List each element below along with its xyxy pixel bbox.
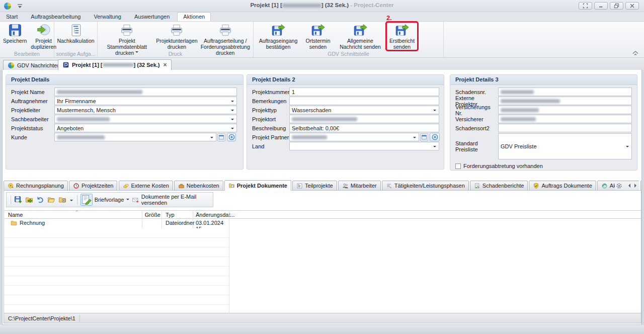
- open-folder-icon[interactable]: [47, 196, 55, 204]
- auftragseingang-bestaetigen-button[interactable]: Auftragseingang bestätigen: [255, 22, 302, 50]
- button-label: Projekt duplizieren: [31, 38, 56, 50]
- fullscreen-button[interactable]: [579, 2, 592, 10]
- undo-icon[interactable]: [36, 196, 44, 204]
- button-label: Projektunterlagen drucken: [156, 38, 197, 50]
- toolbar-grip[interactable]: [10, 195, 11, 204]
- tab-rechnungsplanung[interactable]: Rechnungsplanung: [4, 181, 68, 191]
- briefvorlage-button[interactable]: Briefvorlage: [80, 194, 130, 206]
- briefvorlage-caret-icon: [126, 199, 129, 202]
- close-tab-icon[interactable]: ×: [162, 61, 167, 68]
- auftragserteilung-drucken-button[interactable]: Auftragserteilung / Forderungsabtretung …: [198, 22, 252, 50]
- table-empty-rows[interactable]: [5, 228, 229, 314]
- land-dropdown[interactable]: [289, 142, 439, 150]
- invoice-planning-icon: [8, 183, 14, 189]
- field-value: Mustermensch, Mensch: [57, 107, 116, 113]
- tab-projektzeiten[interactable]: Projektzeiten: [69, 181, 118, 191]
- tab-label: Teilprojekte: [305, 183, 333, 189]
- collapse-ribbon-icon[interactable]: [632, 50, 639, 56]
- email-documents-button[interactable]: Dokumente per E-Mail versenden: [132, 194, 210, 206]
- doc-tab-projekt[interactable]: Projekt [1] [] (32 Sek.) ×: [58, 59, 172, 70]
- versicherungsnr-input[interactable]: [498, 106, 632, 114]
- erstbericht-senden-button[interactable]: 2. Erstbericht senden: [386, 22, 418, 50]
- tab-nebenkosten[interactable]: Nebenkosten: [174, 181, 223, 191]
- auftragnehmer-dropdown[interactable]: Ihr Firmenname: [54, 97, 237, 105]
- button-label: Ortstermin senden: [305, 38, 330, 50]
- coins-icon: [123, 183, 129, 189]
- projektort-input[interactable]: [289, 115, 439, 123]
- button-label: Briefvorlage: [95, 197, 124, 203]
- tab-label: Tätigkeiten/Leistungsphasen: [394, 183, 465, 189]
- projektunterlagen-drucken-button[interactable]: Projektunterlagen drucken: [155, 22, 198, 50]
- speichern-button[interactable]: Speichern: [1, 22, 29, 50]
- tab-projekt-kontakte[interactable]: Projekt Kontakte: [640, 181, 641, 191]
- tab-externe-kosten[interactable]: Externe Kosten: [119, 181, 173, 191]
- checkbox-label: Forderungsabtretung vorhanden: [463, 163, 543, 169]
- tab-options-gear-icon[interactable]: [616, 183, 622, 189]
- versicherer-input[interactable]: [498, 115, 632, 123]
- schadensnr-input[interactable]: [498, 88, 632, 96]
- panel-projekt-details: Projekt Details Projekt Name Auftragnehm…: [6, 74, 244, 170]
- tab-projekt-dokumente[interactable]: Projekt Dokumente: [224, 180, 291, 191]
- folder-options-icon[interactable]: [58, 196, 66, 204]
- externe-projektnr-input[interactable]: [498, 97, 632, 105]
- schadensort2-input[interactable]: [498, 124, 632, 132]
- partner-add-button[interactable]: [430, 133, 440, 141]
- forderungsabtretung-checkbox[interactable]: [455, 163, 461, 169]
- save-document-icon[interactable]: [14, 196, 22, 204]
- projekttyp-dropdown[interactable]: Wasserschaden: [289, 106, 439, 114]
- folder-options-caret-icon[interactable]: [70, 200, 73, 203]
- projektnummer-input[interactable]: 1: [289, 88, 439, 96]
- tab-auftrags-dokumente[interactable]: Auftrags Dokumente: [529, 181, 596, 191]
- dropdown-caret-icon: [231, 110, 234, 113]
- close-button[interactable]: [625, 2, 639, 10]
- sachbearbeiter-dropdown[interactable]: [54, 115, 237, 123]
- button-label: Auftragseingang bestätigen: [259, 38, 297, 50]
- field-label: Kunde: [6, 134, 54, 140]
- partner-details-button[interactable]: [420, 133, 428, 141]
- column-header-typ[interactable]: Typ: [166, 212, 175, 218]
- ribbon-tab-start[interactable]: Start: [1, 13, 23, 21]
- window-frame-left: [0, 70, 2, 325]
- projektstatus-dropdown[interactable]: Angeboten: [54, 124, 237, 132]
- documents-table-header: Name ⌃ Größe Typ Änderungsdat...: [5, 210, 641, 219]
- kunde-dropdown[interactable]: [54, 133, 216, 141]
- minimize-button[interactable]: [594, 2, 608, 10]
- projektleiter-dropdown[interactable]: Mustermensch, Mensch: [54, 106, 237, 114]
- scroll-tabs-right-icon[interactable]: [634, 184, 638, 188]
- kunde-details-button[interactable]: [217, 133, 225, 141]
- documents-toolbar: Briefvorlage Dokumente per E-Mail versen…: [6, 192, 213, 207]
- tab-mitarbeiter[interactable]: Mitarbeiter: [338, 181, 381, 191]
- ribbon-tab-verwaltung[interactable]: Verwaltung: [88, 13, 126, 21]
- tab-schadenberichte[interactable]: Schadenberichte: [470, 181, 528, 191]
- window-form-icon: [218, 134, 224, 140]
- field-value: GDV Preisliste: [501, 143, 537, 149]
- nachkalkulation-button[interactable]: Nachkalkulation: [55, 22, 96, 50]
- column-header-groesse[interactable]: Größe: [144, 212, 160, 218]
- tab-taetigkeiten-leistungsphasen[interactable]: Tätigkeiten/Leistungsphasen: [382, 181, 469, 191]
- field-value: 1: [292, 89, 295, 95]
- kunde-add-button[interactable]: [227, 133, 236, 141]
- projekt-partner-dropdown[interactable]: [289, 133, 419, 141]
- import-folder-icon[interactable]: [25, 196, 33, 204]
- allgemeine-nachricht-senden-button[interactable]: Allgemeine Nachricht senden: [334, 22, 386, 50]
- tab-bar-tools: [615, 181, 639, 190]
- restore-button[interactable]: [610, 2, 623, 10]
- ribbon-tab-auftragsbearbeitung[interactable]: Auftragsbearbeitung: [25, 13, 86, 21]
- ribbon-tab-aktionen[interactable]: Aktionen: [177, 12, 211, 21]
- ortstermin-senden-button[interactable]: Ortstermin senden: [302, 22, 334, 50]
- stammdatenblatt-drucken-button[interactable]: Projekt Stammdatenblatt drucken: [99, 22, 155, 50]
- task-list-icon: [386, 183, 392, 189]
- table-row-rechnung[interactable]: Rechnung Dateiordner 03.01.2024 15...: [5, 219, 229, 228]
- standard-preisliste-dropdown[interactable]: GDV Preisliste: [498, 133, 632, 159]
- column-header-name[interactable]: Name: [8, 212, 23, 218]
- field-label: Sachbearbeiter: [6, 116, 54, 122]
- scroll-tabs-left-icon[interactable]: [626, 184, 630, 188]
- tab-teilprojekte[interactable]: Teilprojekte: [292, 181, 337, 191]
- ribbon-tab-auswertungen[interactable]: Auswertungen: [129, 13, 175, 21]
- beschreibung-input[interactable]: Selbstbehalt: 0,00€: [289, 124, 439, 132]
- send-save-icon: [311, 23, 325, 37]
- bemerkungen-input[interactable]: [289, 97, 439, 105]
- projekt-name-input[interactable]: [54, 88, 237, 96]
- group-label-druck: Druck: [98, 51, 253, 57]
- column-divider[interactable]: [229, 210, 229, 314]
